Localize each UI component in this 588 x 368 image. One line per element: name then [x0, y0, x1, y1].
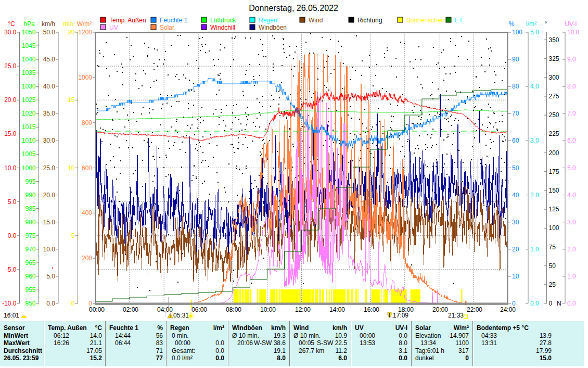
svg-text:Richtung: Richtung — [357, 17, 382, 24]
svg-text:955: 955 — [25, 286, 35, 294]
svg-text:25: 25 — [549, 281, 556, 288]
svg-text:15.2: 15.2 — [90, 354, 103, 362]
svg-text:50: 50 — [512, 164, 519, 172]
svg-text:0.0: 0.0 — [215, 339, 224, 347]
svg-text:5: 5 — [71, 232, 75, 239]
svg-text:45.0: 45.0 — [43, 56, 56, 63]
svg-text:km/h: km/h — [271, 324, 286, 332]
svg-text:12:00: 12:00 — [295, 306, 311, 313]
svg-text:77: 77 — [156, 354, 163, 362]
svg-text:15.0: 15.0 — [43, 219, 56, 226]
svg-text:14:00: 14:00 — [329, 306, 345, 313]
svg-text:dunkel: dunkel — [415, 354, 433, 362]
svg-text:5.0: 5.0 — [567, 164, 576, 172]
svg-text:10.0: 10.0 — [4, 164, 17, 172]
svg-text:Sonnenschein: Sonnenschein — [406, 17, 446, 24]
svg-text:350: 350 — [549, 36, 559, 44]
svg-text:3.1: 3.1 — [399, 347, 407, 354]
svg-text:24:00: 24:00 — [500, 306, 516, 313]
svg-text:35.0: 35.0 — [43, 110, 56, 117]
svg-text:600: 600 — [82, 164, 92, 172]
svg-text:Regen: Regen — [170, 324, 189, 332]
svg-text:10: 10 — [512, 273, 519, 280]
svg-text:ET: ET — [455, 17, 463, 24]
svg-text:1020: 1020 — [22, 110, 36, 117]
svg-text:Windböen: Windböen — [232, 324, 262, 332]
svg-text:05:31: 05:31 — [173, 312, 189, 319]
svg-text:Solar: Solar — [415, 324, 431, 332]
svg-text:3.0: 3.0 — [567, 219, 576, 226]
svg-text:Luftdruck: Luftdruck — [210, 17, 236, 24]
svg-text:4.0: 4.0 — [567, 192, 576, 199]
svg-text:20:06: 20:06 — [237, 339, 253, 347]
svg-text:50.0: 50.0 — [43, 29, 56, 36]
svg-text:30.0: 30.0 — [4, 29, 17, 36]
svg-text:970: 970 — [25, 246, 35, 253]
svg-text:400: 400 — [82, 209, 92, 217]
svg-text:8.0: 8.0 — [567, 83, 576, 90]
svg-text:Sensor: Sensor — [4, 324, 25, 332]
svg-text:0.0: 0.0 — [215, 347, 224, 354]
svg-text:150: 150 — [549, 187, 559, 194]
svg-text:50: 50 — [549, 262, 556, 270]
svg-text:60: 60 — [512, 137, 519, 144]
svg-text:S-SW 22.5: S-SW 22.5 — [317, 339, 347, 347]
svg-text:1025: 1025 — [22, 96, 36, 104]
svg-text:0.0: 0.0 — [399, 354, 407, 362]
svg-text:4.0: 4.0 — [530, 83, 539, 90]
svg-text:10: 10 — [68, 164, 75, 172]
svg-text:-10.0: -10.0 — [2, 300, 17, 307]
svg-text:14:44: 14:44 — [115, 332, 131, 339]
svg-text:°: ° — [545, 20, 547, 28]
svg-text:1000: 1000 — [78, 74, 92, 81]
svg-text:0: 0 — [465, 354, 469, 362]
svg-text:06:00: 06:00 — [191, 306, 207, 313]
svg-text:°C: °C — [95, 324, 103, 332]
svg-text:275: 275 — [549, 93, 559, 100]
svg-text:00:00: 00:00 — [175, 339, 190, 347]
svg-text:Windchill: Windchill — [210, 24, 235, 31]
svg-text:0.0: 0.0 — [530, 300, 539, 307]
svg-text:250: 250 — [549, 111, 559, 119]
svg-text:2.0: 2.0 — [567, 246, 576, 253]
svg-text:km/h: km/h — [333, 324, 347, 332]
svg-text:UV: UV — [109, 24, 118, 31]
svg-text:min: min — [63, 20, 73, 28]
svg-text:Donnerstag, 26.05.2022: Donnerstag, 26.05.2022 — [249, 4, 338, 12]
svg-text:1010: 1010 — [22, 137, 36, 144]
svg-text:Wind: Wind — [293, 324, 309, 332]
svg-text:1030: 1030 — [22, 83, 36, 90]
svg-text:Regen: Regen — [259, 17, 277, 24]
svg-text:19.1: 19.1 — [274, 347, 286, 354]
svg-text:0.0 l/m²: 0.0 l/m² — [172, 354, 193, 362]
svg-text:7.0: 7.0 — [567, 110, 576, 117]
svg-text:UV: UV — [355, 324, 364, 332]
svg-text:5.0: 5.0 — [8, 198, 17, 206]
svg-text:1.0: 1.0 — [530, 246, 539, 253]
svg-text:l/m²: l/m² — [213, 324, 224, 332]
svg-text:1040: 1040 — [22, 56, 36, 63]
svg-text:70: 70 — [512, 110, 519, 117]
svg-text:Temp. Außen: Temp. Außen — [109, 17, 146, 24]
svg-text:75: 75 — [549, 244, 556, 251]
svg-text:N: N — [557, 300, 561, 307]
svg-text:25.0: 25.0 — [43, 164, 56, 172]
svg-text:1000: 1000 — [22, 164, 36, 172]
svg-text:Bodentemp +5 °C: Bodentemp +5 °C — [477, 324, 529, 332]
svg-text:MinWert: MinWert — [4, 332, 28, 339]
svg-text:UV-I: UV-I — [565, 20, 577, 28]
svg-text:965: 965 — [25, 259, 35, 267]
svg-text:27.8: 27.8 — [540, 339, 552, 347]
svg-text:04:00: 04:00 — [157, 306, 173, 313]
svg-text:21:33: 21:33 — [448, 312, 464, 319]
svg-text:21.1: 21.1 — [90, 339, 103, 347]
svg-text:1005: 1005 — [22, 150, 36, 158]
svg-text:W/m²: W/m² — [77, 20, 92, 28]
svg-text:2.0: 2.0 — [530, 192, 539, 199]
svg-text:20: 20 — [512, 246, 519, 253]
svg-text:02:00: 02:00 — [123, 306, 138, 313]
svg-text:0.0: 0.0 — [46, 300, 55, 307]
svg-text:MaxWert: MaxWert — [4, 339, 30, 347]
svg-text:22:00: 22:00 — [467, 306, 482, 313]
svg-text:16:26: 16:26 — [54, 339, 69, 347]
